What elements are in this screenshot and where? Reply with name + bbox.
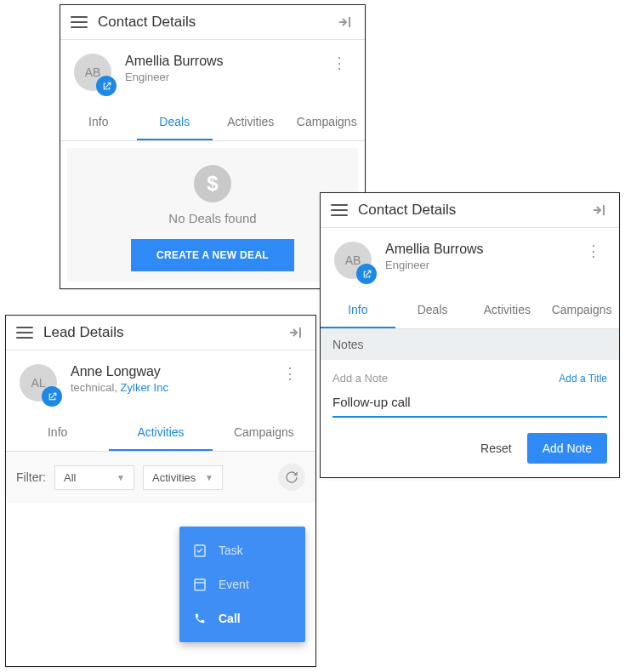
tab-campaigns[interactable]: Campaigns — [544, 293, 619, 328]
filter-scope-value: All — [64, 471, 76, 484]
filter-label: Filter: — [16, 470, 46, 484]
contact-name: Amellia Burrows — [385, 242, 581, 257]
avatar-initials: AB — [85, 65, 101, 79]
filter-type-value: Activities — [152, 471, 196, 484]
note-actions: Reset Add Note — [321, 418, 619, 477]
lead-details-panel: Lead Details AL Anne Longway technical, … — [5, 315, 316, 667]
menu-item-label: Task — [219, 544, 243, 557]
tab-info[interactable]: Info — [321, 293, 395, 328]
tab-activities[interactable]: Activities — [109, 415, 212, 451]
call-icon — [193, 612, 207, 624]
menu-icon[interactable] — [331, 204, 348, 216]
filter-scope-select[interactable]: All ▼ — [54, 465, 134, 490]
tab-campaigns[interactable]: Campaigns — [289, 105, 366, 140]
contact-info: Amellia Burrows Engineer — [125, 54, 327, 83]
avatar: AL — [20, 364, 57, 401]
deals-empty-state: $ No Deals found CREATE A NEW DEAL — [67, 148, 358, 282]
lead-company-link[interactable]: Zylker Inc — [121, 381, 168, 394]
note-input[interactable] — [332, 391, 607, 418]
notes-body: Add a Note Add a Title — [321, 360, 619, 418]
open-external-icon[interactable] — [96, 76, 116, 96]
open-external-icon[interactable] — [356, 264, 377, 284]
menu-item-task[interactable]: Task — [179, 533, 305, 567]
lead-role: technical, Zylker Inc — [71, 381, 277, 394]
contact-summary: AB Amellia Burrows Engineer ⋮ — [321, 228, 619, 293]
note-top-row: Add a Note Add a Title — [332, 372, 607, 384]
panel-title: Contact Details — [358, 202, 592, 219]
panel-header: Contact Details — [321, 193, 619, 228]
more-menu-icon[interactable]: ⋮ — [327, 54, 351, 72]
no-deals-text: No Deals found — [67, 211, 358, 225]
contact-details-panel-notes: Contact Details AB Amellia Burrows Engin… — [320, 192, 620, 478]
panel-title: Lead Details — [43, 324, 288, 341]
tab-info[interactable]: Info — [6, 415, 109, 451]
add-note-button[interactable]: Add Note — [527, 433, 607, 464]
panel-header: Lead Details — [6, 316, 315, 350]
create-deal-button[interactable]: CREATE A NEW DEAL — [131, 239, 294, 271]
tabs: Info Deals Activities Campaigns — [321, 293, 619, 329]
lead-info: Anne Longway technical, Zylker Inc — [71, 364, 277, 394]
open-external-icon[interactable] — [42, 386, 62, 407]
avatar-initials: AL — [31, 376, 45, 390]
contact-name: Amellia Burrows — [125, 54, 327, 69]
event-icon — [193, 578, 207, 591]
tab-info[interactable]: Info — [60, 105, 137, 140]
tab-activities[interactable]: Activities — [213, 105, 289, 140]
tabs: Info Deals Activities Campaigns — [60, 105, 365, 141]
refresh-button[interactable] — [278, 464, 305, 491]
filter-type-select[interactable]: Activities ▼ — [143, 465, 223, 490]
reset-link[interactable]: Reset — [480, 441, 512, 455]
caret-down-icon: ▼ — [205, 473, 213, 482]
avatar-initials: AB — [345, 253, 361, 267]
avatar: AB — [334, 242, 372, 279]
svg-rect-1 — [195, 579, 205, 590]
caret-down-icon: ▼ — [116, 473, 125, 482]
panel-title: Contact Details — [98, 14, 338, 31]
lead-name: Anne Longway — [71, 364, 277, 379]
tabs: Info Activities Campaigns — [6, 415, 315, 452]
lead-summary: AL Anne Longway technical, Zylker Inc ⋮ — [6, 350, 315, 415]
tab-campaigns[interactable]: Campaigns — [213, 415, 315, 451]
avatar: AB — [74, 54, 111, 91]
collapse-icon[interactable] — [338, 15, 355, 29]
add-title-link[interactable]: Add a Title — [559, 373, 607, 384]
collapse-icon[interactable] — [288, 326, 305, 339]
contact-role: Engineer — [385, 259, 581, 271]
menu-item-event[interactable]: Event — [179, 567, 305, 601]
activity-action-menu: Task Event Call — [179, 527, 305, 642]
task-icon — [193, 544, 207, 557]
contact-info: Amellia Burrows Engineer — [385, 242, 581, 271]
menu-icon[interactable] — [71, 16, 88, 28]
more-menu-icon[interactable]: ⋮ — [581, 242, 605, 260]
contact-role: Engineer — [125, 71, 327, 83]
menu-item-label: Event — [219, 578, 249, 591]
contact-summary: AB Amellia Burrows Engineer ⋮ — [60, 40, 365, 105]
filter-bar: Filter: All ▼ Activities ▼ — [6, 452, 315, 503]
tab-deals[interactable]: Deals — [395, 293, 470, 328]
lead-role-text: technical, — [71, 381, 121, 394]
add-note-label: Add a Note — [332, 372, 388, 384]
dollar-icon: $ — [194, 165, 231, 202]
collapse-icon[interactable] — [592, 203, 609, 217]
menu-icon[interactable] — [16, 327, 33, 339]
panel-header: Contact Details — [60, 5, 365, 40]
menu-item-call[interactable]: Call — [179, 601, 305, 635]
menu-item-label: Call — [219, 612, 241, 625]
notes-section-header: Notes — [321, 329, 619, 360]
more-menu-icon[interactable]: ⋮ — [277, 364, 302, 383]
tab-deals[interactable]: Deals — [137, 105, 213, 140]
tab-activities[interactable]: Activities — [470, 293, 545, 328]
